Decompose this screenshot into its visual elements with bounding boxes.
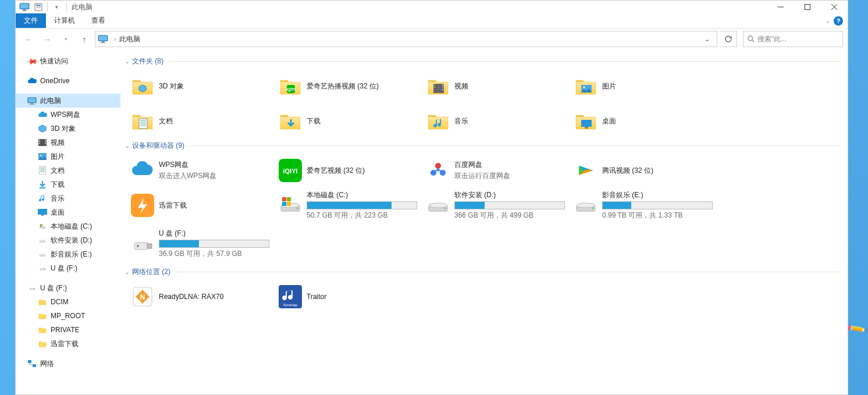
device-wps[interactable]: WPS网盘双击进入WPS网盘 — [130, 154, 278, 187]
device-tencent[interactable]: 腾讯视频 (32 位) — [573, 154, 721, 187]
device-iqiyi[interactable]: iQIYI 爱奇艺视频 (32 位) — [278, 154, 425, 187]
sidebar-item-mp-root[interactable]: MP_ROOT — [16, 309, 120, 323]
tab-view[interactable]: 查看 — [83, 13, 113, 28]
group-header-folders[interactable]: ⌄ 文件夹 (8) — [120, 54, 841, 69]
tab-file[interactable]: 文件 — [16, 13, 46, 28]
sidebar-item-music[interactable]: 音乐 — [16, 191, 120, 205]
netloc-readydlna[interactable]: N ReadyDLNA: RAX70 — [130, 280, 278, 313]
sidebar-item-network[interactable]: 网络 — [16, 357, 120, 371]
pc-icon — [98, 35, 108, 43]
nav-back-button[interactable]: ← — [20, 31, 37, 47]
system-menu-icon[interactable] — [18, 1, 31, 13]
breadcrumb-this-pc[interactable]: 此电脑 — [119, 34, 140, 44]
nav-up-button[interactable]: ↑ — [76, 31, 93, 47]
sidebar-item-dcim[interactable]: DCIM — [16, 295, 120, 309]
folder-music[interactable]: 音乐 — [425, 105, 573, 137]
svg-rect-62 — [585, 127, 588, 129]
address-dropdown-icon[interactable]: ⌄ — [699, 31, 714, 47]
item-label: Traitor — [307, 293, 326, 301]
device-drive-c[interactable]: 本地磁盘 (C:) 50.7 GB 可用，共 223 GB — [278, 189, 425, 225]
sidebar-item-onedrive[interactable]: OneDrive — [16, 74, 120, 88]
folder-pictures[interactable]: 图片 — [573, 70, 721, 102]
minimize-button[interactable] — [767, 1, 794, 13]
sidebar-item-downloads[interactable]: 下载 — [16, 177, 120, 191]
sidebar-item-this-pc[interactable]: 此电脑 — [16, 94, 120, 108]
sidebar-label: U 盘 (F:) — [40, 283, 67, 293]
svg-rect-36 — [39, 166, 46, 175]
netloc-traitor[interactable]: Synology Traitor — [278, 280, 425, 313]
sidebar-label: WPS网盘 — [51, 110, 80, 120]
svg-rect-22 — [36, 8, 41, 8]
sidebar-item-pictures[interactable]: 图片 — [16, 150, 120, 163]
refresh-button[interactable] — [720, 31, 737, 47]
group-header-devices[interactable]: ⌄ 设备和驱动器 (9) — [120, 138, 841, 153]
dlna-icon: N — [130, 284, 155, 309]
svg-text:Synology: Synology — [283, 303, 298, 307]
item-label: 本地磁盘 (C:) — [307, 190, 419, 200]
qat-properties-icon[interactable] — [32, 1, 45, 13]
sidebar-item-documents[interactable]: 文档 — [16, 163, 120, 177]
xunlei-icon — [130, 193, 155, 218]
desktop-icon — [38, 208, 47, 217]
device-drive-d[interactable]: 软件安装 (D:) 366 GB 可用，共 499 GB — [425, 189, 573, 225]
folder-iqiyi-hot[interactable]: iQIYI 爱奇艺热播视频 (32 位) — [278, 70, 425, 102]
sidebar-item-drive-d[interactable]: 软件安装 (D:) — [16, 233, 120, 247]
tab-computer[interactable]: 计算机 — [46, 13, 83, 28]
svg-rect-28 — [39, 140, 40, 141]
qat-dropdown-icon[interactable]: ▾ — [50, 1, 63, 13]
download-icon — [38, 180, 47, 189]
device-drive-e[interactable]: 影音娱乐 (E:) 0.99 TB 可用，共 1.33 TB — [573, 189, 721, 225]
folder-icon — [38, 339, 47, 348]
folder-videos[interactable]: 视频 — [425, 70, 573, 102]
folder-desktop[interactable]: 桌面 — [573, 105, 721, 137]
sidebar-item-wps[interactable]: WPS网盘 — [16, 108, 120, 122]
svg-text:iQIYI: iQIYI — [286, 87, 296, 92]
drive-icon — [38, 250, 47, 259]
item-label: 视频 — [454, 81, 468, 91]
sidebar-item-xunlei[interactable]: 迅雷下载 — [16, 337, 120, 351]
folder-documents[interactable]: 文档 — [130, 105, 278, 137]
sidebar-item-usb-f[interactable]: U 盘 (F:) — [16, 281, 120, 295]
device-baidu[interactable]: 百度网盘双击运行百度网盘 — [425, 154, 573, 187]
help-button[interactable]: ? — [834, 16, 843, 26]
sidebar-item-quick-access[interactable]: 📌 快速访问 — [16, 54, 120, 68]
nav-forward-button[interactable]: → — [39, 31, 55, 47]
sidebar-item-3d-objects[interactable]: 3D 对象 — [16, 122, 120, 136]
ribbon-expand-icon[interactable]: ⌄ — [826, 18, 830, 24]
folder-3d-objects[interactable]: 3D 对象 — [130, 70, 278, 102]
item-label: 软件安装 (D:) — [454, 190, 567, 200]
sidebar-label: U 盘 (F:) — [51, 264, 77, 273]
drive-icon — [573, 191, 599, 217]
maximize-button[interactable] — [794, 1, 821, 13]
group-header-network[interactable]: ⌄ 网络位置 (2) — [120, 265, 841, 279]
drive-info: 0.99 TB 可用，共 1.33 TB — [602, 211, 715, 220]
item-label: 音乐 — [454, 116, 468, 126]
search-input[interactable]: 搜索"此... — [743, 31, 843, 47]
address-bar[interactable]: › 此电脑 ⌄ — [95, 31, 717, 47]
device-drive-f[interactable]: U 盘 (F:) 36.9 GB 可用，共 57.9 GB — [130, 227, 278, 264]
folder-downloads[interactable]: 下载 — [278, 105, 425, 137]
nav-recent-dropdown[interactable]: ▾ — [58, 31, 74, 47]
sidebar-item-drive-e[interactable]: 影音娱乐 (E:) — [16, 247, 120, 261]
drive-usage-bar — [602, 201, 713, 209]
item-label: 腾讯视频 (32 位) — [602, 166, 653, 176]
item-label: 影音娱乐 (E:) — [602, 190, 715, 200]
sidebar-item-drive-f[interactable]: U 盘 (F:) — [16, 261, 120, 275]
sidebar-item-drive-c[interactable]: 本地磁盘 (C:) — [16, 219, 120, 233]
sidebar-item-private[interactable]: PRIVATE — [16, 323, 120, 337]
device-xunlei[interactable]: 迅雷下载 — [130, 189, 278, 222]
sidebar-item-videos[interactable]: 视频 — [16, 136, 120, 150]
sidebar-label: 此电脑 — [40, 96, 61, 106]
close-button[interactable] — [821, 1, 848, 13]
drive-usage-bar — [307, 201, 417, 209]
sidebar-label: 图片 — [51, 152, 65, 162]
ribbon-tabs: 文件 计算机 查看 ⌄ ? — [16, 13, 848, 29]
folder-icon: iQIYI — [278, 73, 303, 99]
music-icon — [38, 194, 47, 203]
chevron-down-icon: ⌄ — [125, 59, 132, 65]
tencent-icon — [573, 158, 599, 183]
sidebar-item-desktop[interactable]: 桌面 — [16, 205, 120, 219]
item-label: 文档 — [159, 116, 173, 126]
folder-icon — [38, 297, 47, 307]
star-icon: 📌 — [27, 56, 37, 66]
